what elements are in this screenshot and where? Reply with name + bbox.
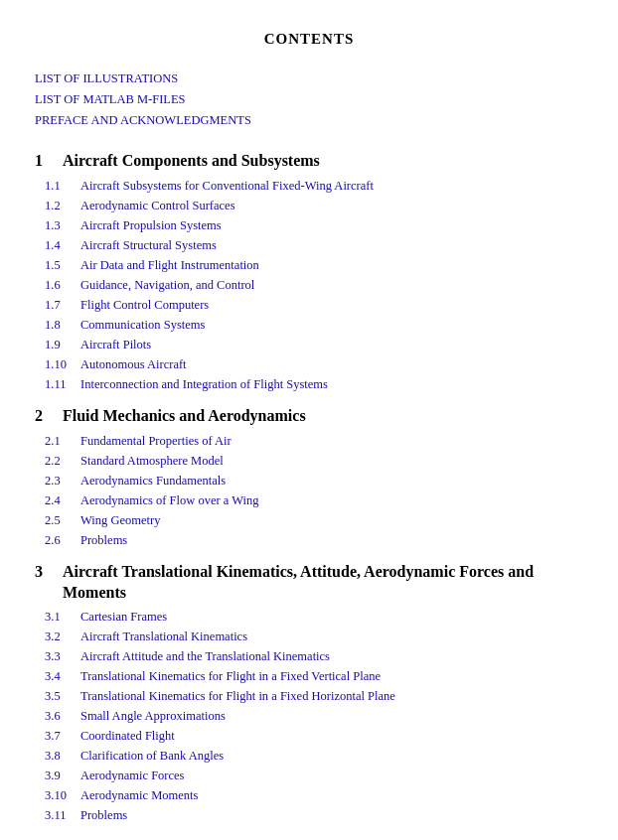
section-item-2.3: 2.3Aerodynamics Fundamentals xyxy=(45,471,583,490)
section-item-2.4: 2.4Aerodynamics of Flow over a Wing xyxy=(45,490,583,510)
chapter-2: 2Fluid Mechanics and Aerodynamics2.1Fund… xyxy=(35,404,583,550)
section-item-3.7: 3.7Coordinated Flight xyxy=(45,726,583,746)
section-item-1.6: 1.6Guidance, Navigation, and Control xyxy=(45,275,583,295)
section-title-2-4[interactable]: Aerodynamics of Flow over a Wing xyxy=(80,490,258,510)
chapter-num-4: 4 xyxy=(35,835,57,840)
section-title-3-11[interactable]: Problems xyxy=(80,805,127,825)
section-item-3.11: 3.11Problems xyxy=(45,805,583,825)
chapter-3: 3Aircraft Translational Kinematics, Atti… xyxy=(35,560,583,825)
page-title: CONTENTS xyxy=(35,28,583,51)
section-item-3.8: 3.8Clarification of Bank Angles xyxy=(45,746,583,766)
section-num-1.10: 1.10 xyxy=(45,354,80,374)
section-item-3.9: 3.9Aerodynamic Forces xyxy=(45,766,583,785)
section-title-3-9[interactable]: Aerodynamic Forces xyxy=(80,766,184,785)
section-title-1-9[interactable]: Aircraft Pilots xyxy=(80,335,151,354)
section-item-1.11: 1.11Interconnection and Integration of F… xyxy=(45,374,583,394)
section-num-3.9: 3.9 xyxy=(45,766,80,785)
section-item-1.4: 1.4Aircraft Structural Systems xyxy=(45,235,583,255)
chapter-num-2: 2 xyxy=(35,404,57,428)
section-num-3.3: 3.3 xyxy=(45,646,80,666)
section-num-1.1: 1.1 xyxy=(45,176,80,196)
chapter-num-3: 3 xyxy=(35,560,57,584)
section-item-1.7: 1.7Flight Control Computers xyxy=(45,295,583,315)
section-title-1-7[interactable]: Flight Control Computers xyxy=(80,295,209,315)
section-num-3.8: 3.8 xyxy=(45,746,80,766)
section-title-3-5[interactable]: Translational Kinematics for Flight in a… xyxy=(80,686,395,706)
section-item-1.8: 1.8Communication Systems xyxy=(45,315,583,335)
section-title-1-6[interactable]: Guidance, Navigation, and Control xyxy=(80,275,254,295)
section-num-1.2: 1.2 xyxy=(45,196,80,215)
section-title-2-3[interactable]: Aerodynamics Fundamentals xyxy=(80,471,226,490)
section-title-1-8[interactable]: Communication Systems xyxy=(80,315,205,335)
front-matter-link-1[interactable]: LIST OF MATLAB M-FILES xyxy=(35,89,583,110)
section-title-2-5[interactable]: Wing Geometry xyxy=(80,510,160,530)
section-num-2.4: 2.4 xyxy=(45,490,80,510)
section-item-3.5: 3.5Translational Kinematics for Flight i… xyxy=(45,686,583,706)
section-item-1.3: 1.3Aircraft Propulsion Systems xyxy=(45,215,583,235)
section-title-3-8[interactable]: Clarification of Bank Angles xyxy=(80,746,224,766)
section-item-1.9: 1.9Aircraft Pilots xyxy=(45,335,583,354)
front-matter-link-2[interactable]: PREFACE AND ACKNOWLEDGMENTS xyxy=(35,110,583,131)
chapter-1: 1Aircraft Components and Subsystems1.1Ai… xyxy=(35,149,583,394)
section-item-2.2: 2.2Standard Atmosphere Model xyxy=(45,451,583,471)
section-num-1.11: 1.11 xyxy=(45,374,80,394)
section-title-3-7[interactable]: Coordinated Flight xyxy=(80,726,175,746)
chapter-num-1: 1 xyxy=(35,149,57,173)
front-matter-link-0[interactable]: LIST OF ILLUSTRATIONS xyxy=(35,69,583,89)
section-num-1.5: 1.5 xyxy=(45,255,80,275)
section-num-1.3: 1.3 xyxy=(45,215,80,235)
section-title-1-4[interactable]: Aircraft Structural Systems xyxy=(80,235,217,255)
section-num-2.2: 2.2 xyxy=(45,451,80,471)
section-title-1-5[interactable]: Air Data and Flight Instrumentation xyxy=(80,255,259,275)
section-num-2.6: 2.6 xyxy=(45,530,80,550)
section-num-1.9: 1.9 xyxy=(45,335,80,354)
section-num-1.7: 1.7 xyxy=(45,295,80,315)
section-item-3.3: 3.3Aircraft Attitude and the Translation… xyxy=(45,646,583,666)
section-title-3-6[interactable]: Small Angle Approximations xyxy=(80,706,226,726)
section-num-1.8: 1.8 xyxy=(45,315,80,335)
chapter-title-1: Aircraft Components and Subsystems xyxy=(63,151,320,172)
section-num-3.5: 3.5 xyxy=(45,686,80,706)
section-num-3.4: 3.4 xyxy=(45,666,80,686)
chapter-4: 4Propulsion Systems4.1Steady Thrust and … xyxy=(35,835,583,840)
section-title-3-2[interactable]: Aircraft Translational Kinematics xyxy=(80,627,247,646)
section-num-1.4: 1.4 xyxy=(45,235,80,255)
section-num-3.7: 3.7 xyxy=(45,726,80,746)
section-num-2.5: 2.5 xyxy=(45,510,80,530)
chapter-title-3: Aircraft Translational Kinematics, Attit… xyxy=(63,562,583,604)
section-title-1-2[interactable]: Aerodynamic Control Surfaces xyxy=(80,196,235,215)
chapters-container: 1Aircraft Components and Subsystems1.1Ai… xyxy=(35,149,583,840)
section-num-2.1: 2.1 xyxy=(45,431,80,451)
section-num-3.2: 3.2 xyxy=(45,627,80,646)
section-item-3.10: 3.10Aerodynamic Moments xyxy=(45,785,583,805)
section-item-1.1: 1.1Aircraft Subsystems for Conventional … xyxy=(45,176,583,196)
chapter-title-2: Fluid Mechanics and Aerodynamics xyxy=(63,406,306,427)
section-title-1-1[interactable]: Aircraft Subsystems for Conventional Fix… xyxy=(80,176,374,196)
section-title-2-1[interactable]: Fundamental Properties of Air xyxy=(80,431,232,451)
section-num-3.6: 3.6 xyxy=(45,706,80,726)
section-title-1-3[interactable]: Aircraft Propulsion Systems xyxy=(80,215,222,235)
section-num-1.6: 1.6 xyxy=(45,275,80,295)
section-item-1.5: 1.5Air Data and Flight Instrumentation xyxy=(45,255,583,275)
section-item-3.6: 3.6Small Angle Approximations xyxy=(45,706,583,726)
section-item-2.1: 2.1Fundamental Properties of Air xyxy=(45,431,583,451)
section-item-3.2: 3.2Aircraft Translational Kinematics xyxy=(45,627,583,646)
section-item-2.6: 2.6Problems xyxy=(45,530,583,550)
section-num-3.11: 3.11 xyxy=(45,805,80,825)
section-list-ch2: 2.1Fundamental Properties of Air2.2Stand… xyxy=(45,431,583,550)
section-title-3-3[interactable]: Aircraft Attitude and the Translational … xyxy=(80,646,330,666)
section-list-ch3: 3.1Cartesian Frames3.2Aircraft Translati… xyxy=(45,607,583,825)
section-item-2.5: 2.5Wing Geometry xyxy=(45,510,583,530)
section-title-3-4[interactable]: Translational Kinematics for Flight in a… xyxy=(80,666,381,686)
section-title-2-2[interactable]: Standard Atmosphere Model xyxy=(80,451,224,471)
section-num-2.3: 2.3 xyxy=(45,471,80,490)
front-matter: LIST OF ILLUSTRATIONSLIST OF MATLAB M-FI… xyxy=(35,69,583,132)
section-title-2-6[interactable]: Problems xyxy=(80,530,127,550)
section-title-3-10[interactable]: Aerodynamic Moments xyxy=(80,785,198,805)
section-item-3.4: 3.4Translational Kinematics for Flight i… xyxy=(45,666,583,686)
section-list-ch1: 1.1Aircraft Subsystems for Conventional … xyxy=(45,176,583,394)
section-title-1-11[interactable]: Interconnection and Integration of Fligh… xyxy=(80,374,328,394)
section-title-3-1[interactable]: Cartesian Frames xyxy=(80,607,167,627)
section-num-3.10: 3.10 xyxy=(45,785,80,805)
section-title-1-10[interactable]: Autonomous Aircraft xyxy=(80,354,187,374)
